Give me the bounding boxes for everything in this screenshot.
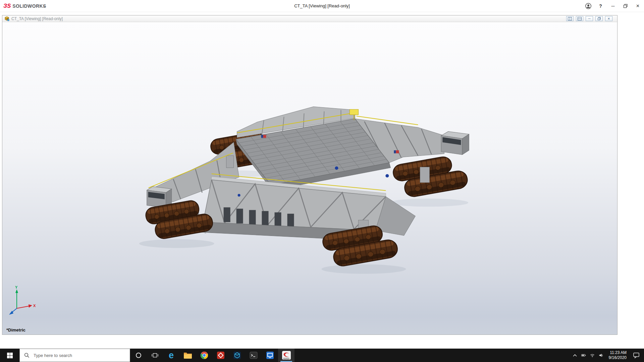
tile-horizontal-icon — [578, 17, 582, 20]
chrome-icon — [200, 351, 209, 360]
minimize-document-button[interactable]: ─ — [586, 16, 593, 21]
tile-vertical-icon — [568, 17, 572, 20]
screen: ЗS SOLIDWORKS ▸ CT_TA [Viewing] [Read-on… — [0, 0, 644, 362]
assembly-document-icon — [4, 16, 9, 21]
solidworks-version-badge: 2020 — [278, 357, 294, 360]
speaker-icon — [599, 352, 603, 358]
account-button[interactable] — [582, 0, 594, 12]
rear-control-cab[interactable] — [441, 131, 469, 155]
clock-time: 11:23 AM — [610, 350, 627, 355]
tray-expand-button[interactable] — [571, 349, 579, 362]
battery-icon — [581, 352, 586, 358]
blue-window-icon — [266, 351, 274, 359]
taskbar-clock[interactable]: 11:23 AM 9/16/2020 — [605, 350, 630, 360]
cortana-button[interactable] — [130, 349, 147, 362]
system-tray: 11:23 AM 9/16/2020 — [571, 349, 644, 362]
app-window-title: CT_TA [Viewing] [Read-only] — [0, 0, 644, 12]
chevron-up-icon — [573, 354, 577, 357]
orientation-triad[interactable]: Y X — [5, 285, 39, 318]
document-window-controls: ─ × — [566, 16, 612, 21]
close-icon: × — [636, 3, 640, 9]
cube-app-icon — [233, 351, 241, 359]
restore-document-button[interactable] — [595, 16, 603, 21]
maximize-restore-button[interactable] — [619, 0, 632, 12]
network-status[interactable] — [588, 349, 597, 362]
taskbar-app-file-explorer[interactable] — [179, 349, 196, 362]
x-axis-arrow-icon — [29, 304, 32, 308]
restore-document-icon — [597, 17, 601, 20]
terminal-icon — [250, 351, 258, 359]
taskbar-search[interactable] — [19, 349, 130, 362]
edge-icon: e — [169, 351, 174, 360]
close-document-icon: × — [607, 17, 610, 21]
clock-date: 9/16/2020 — [609, 355, 627, 360]
document-window: CT_TA [Viewing] [Read-only] ─ — [2, 15, 618, 335]
taskbar-app-red[interactable] — [212, 349, 229, 362]
track-assembly-rear-right[interactable] — [392, 156, 469, 198]
x-axis-label: X — [33, 304, 36, 308]
document-titlebar: CT_TA [Viewing] [Read-only] ─ — [2, 15, 617, 22]
taskbar-app-3d-viewer[interactable] — [229, 349, 245, 362]
taskbar-app-edge[interactable]: e — [163, 349, 179, 362]
wifi-icon — [590, 353, 595, 358]
cortana-icon — [136, 352, 142, 358]
document-title: CT_TA [Viewing] [Read-only] — [11, 16, 63, 21]
y-axis-arrow-icon — [15, 289, 18, 293]
view-orientation-label: *Dimetric — [6, 327, 25, 333]
restore-icon — [623, 3, 628, 8]
task-view-button[interactable] — [147, 349, 163, 362]
battery-status[interactable] — [579, 349, 588, 362]
taskbar-app-terminal[interactable] — [245, 349, 262, 362]
user-avatar-icon — [585, 3, 592, 9]
tile-horizontal-button[interactable] — [576, 16, 583, 21]
taskbar-app-solidworks[interactable]: 2020 — [278, 349, 294, 362]
graphics-viewport[interactable]: Y X *Dimetric — [2, 22, 617, 335]
taskbar: e — [0, 349, 644, 362]
app-window-controls: ? ─ × — [582, 0, 644, 12]
help-button[interactable]: ? — [594, 0, 607, 12]
red-app-icon — [217, 351, 225, 359]
volume-status[interactable] — [597, 349, 605, 362]
app-titlebar: ЗS SOLIDWORKS ▸ CT_TA [Viewing] [Read-on… — [0, 0, 644, 12]
taskbar-app-blue-window[interactable] — [262, 349, 278, 362]
action-center-icon — [633, 352, 640, 359]
help-icon: ? — [599, 3, 602, 9]
close-document-button[interactable]: × — [605, 16, 612, 21]
start-button[interactable] — [0, 349, 19, 362]
action-center-button[interactable] — [630, 349, 643, 362]
tile-vertical-button[interactable] — [566, 16, 574, 21]
minimize-icon: ─ — [611, 3, 615, 9]
minimize-document-icon: ─ — [588, 17, 590, 20]
crawler-transporter-model[interactable] — [2, 22, 617, 335]
windows-logo-icon — [7, 353, 13, 358]
task-view-icon — [152, 353, 158, 358]
file-explorer-icon — [183, 352, 192, 359]
search-input[interactable] — [33, 353, 121, 358]
taskbar-app-chrome[interactable] — [196, 349, 212, 362]
search-icon — [24, 353, 30, 358]
close-button[interactable]: × — [632, 0, 644, 12]
y-axis-label: Y — [15, 285, 18, 289]
minimize-button[interactable]: ─ — [607, 0, 619, 12]
